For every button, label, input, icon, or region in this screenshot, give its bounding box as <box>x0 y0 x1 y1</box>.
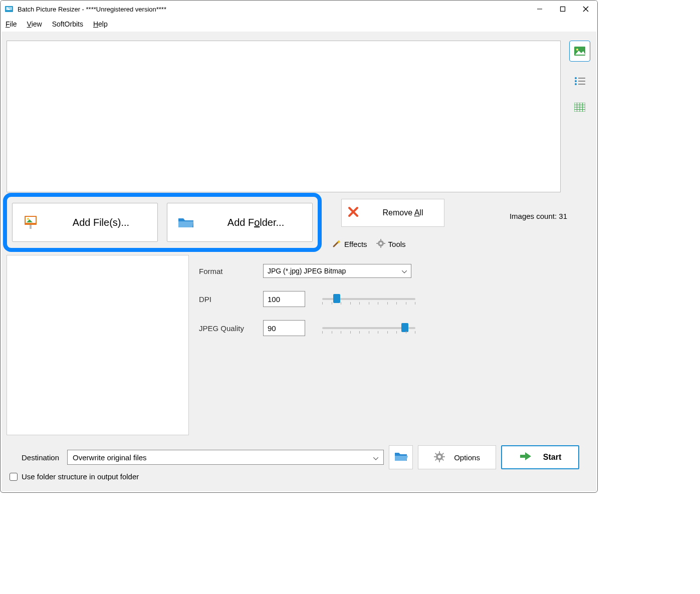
footer: Destination Overwrite original files Opt… <box>2 436 596 491</box>
use-folder-structure-label: Use folder structure in output folder <box>22 472 139 481</box>
chevron-down-icon <box>373 453 378 462</box>
client-area: Add File(s)... Add Folder... Remove All … <box>2 32 596 491</box>
view-thumbnails-button[interactable] <box>569 41 590 62</box>
svg-rect-36 <box>439 451 440 454</box>
svg-point-13 <box>575 83 577 85</box>
destination-label: Destination <box>22 453 59 462</box>
browse-folder-button[interactable] <box>389 445 413 469</box>
svg-rect-12 <box>578 81 585 82</box>
remove-all-button[interactable]: Remove All <box>341 199 444 227</box>
svg-point-29 <box>379 242 382 245</box>
svg-rect-37 <box>439 460 440 462</box>
dpi-slider[interactable] <box>322 293 415 305</box>
svg-rect-42 <box>435 458 437 461</box>
jpeg-quality-input[interactable]: 90 <box>263 320 305 336</box>
add-files-label: Add File(s)... <box>50 217 152 228</box>
list-icon <box>574 77 585 86</box>
thumbnail-panel <box>7 255 189 435</box>
gear-icon <box>376 239 385 249</box>
view-mode-toolbar <box>568 41 591 114</box>
svg-rect-32 <box>376 243 378 244</box>
add-buttons-highlight: Add File(s)... Add Folder... <box>3 193 322 252</box>
preview-area[interactable] <box>7 41 561 192</box>
svg-rect-43 <box>441 458 444 461</box>
svg-rect-4 <box>561 7 565 12</box>
menubar: File View SoftOrbits Help <box>1 18 597 31</box>
app-window: Batch Picture Resizer - ****Unregistered… <box>0 0 598 493</box>
svg-rect-30 <box>380 239 381 241</box>
svg-rect-25 <box>30 225 32 229</box>
add-folder-button[interactable]: Add Folder... <box>167 203 313 242</box>
menu-help[interactable]: Help <box>93 20 108 28</box>
tabs: Effects Tools <box>329 237 409 251</box>
format-dropdown[interactable]: JPG (*.jpg) JPEG Bitmap <box>263 264 411 278</box>
menu-view[interactable]: View <box>27 20 42 28</box>
tab-tools[interactable]: Tools <box>373 237 409 251</box>
app-icon <box>5 5 14 14</box>
menu-file[interactable]: File <box>6 20 17 28</box>
delete-icon <box>348 206 359 219</box>
chevron-down-icon <box>402 267 407 275</box>
window-title: Batch Picture Resizer - ****Unregistered… <box>18 6 166 13</box>
output-settings-panel: Format JPG (*.jpg) JPEG Bitmap DPI 100 J… <box>194 255 591 435</box>
folder-open-icon <box>394 451 408 464</box>
maximize-button[interactable] <box>551 2 574 17</box>
svg-point-8 <box>576 49 578 51</box>
dpi-label: DPI <box>199 295 263 304</box>
image-icon <box>574 47 585 56</box>
remove-all-label: Remove All <box>368 208 438 217</box>
svg-rect-38 <box>434 456 436 457</box>
jpeg-quality-slider[interactable] <box>322 322 415 334</box>
grid-icon <box>574 103 585 112</box>
view-grid-button[interactable] <box>574 103 585 114</box>
svg-rect-14 <box>578 84 585 85</box>
use-folder-structure-checkbox[interactable] <box>10 473 18 481</box>
wand-icon <box>332 239 341 249</box>
start-button[interactable]: Start <box>501 445 579 469</box>
close-button[interactable] <box>574 2 597 17</box>
svg-rect-39 <box>442 456 445 457</box>
svg-point-24 <box>27 218 29 220</box>
add-files-button[interactable]: Add File(s)... <box>12 203 158 242</box>
gear-icon <box>434 451 445 464</box>
add-folder-label: Add Folder... <box>204 217 307 228</box>
menu-softorbits[interactable]: SoftOrbits <box>52 20 83 28</box>
format-label: Format <box>199 267 263 275</box>
view-list-button[interactable] <box>574 77 585 88</box>
svg-rect-31 <box>380 246 381 248</box>
titlebar: Batch Picture Resizer - ****Unregistered… <box>1 1 597 18</box>
svg-point-35 <box>438 455 441 458</box>
tab-effects[interactable]: Effects <box>329 237 370 251</box>
dpi-input[interactable]: 100 <box>263 291 305 307</box>
folder-icon <box>177 214 194 231</box>
svg-rect-33 <box>383 243 385 244</box>
destination-dropdown[interactable]: Overwrite original files <box>67 450 384 465</box>
options-button[interactable]: Options <box>418 445 496 469</box>
images-count-label: Images count: 31 <box>510 212 567 220</box>
svg-rect-10 <box>578 78 585 79</box>
svg-point-11 <box>575 80 577 82</box>
jpeg-quality-label: JPEG Quality <box>199 324 263 333</box>
minimize-button[interactable] <box>528 2 551 17</box>
svg-point-2 <box>7 8 9 9</box>
arrow-right-icon <box>519 451 532 463</box>
svg-point-9 <box>575 77 577 79</box>
svg-rect-41 <box>441 452 444 455</box>
picture-icon <box>23 214 40 231</box>
svg-rect-40 <box>435 452 437 455</box>
